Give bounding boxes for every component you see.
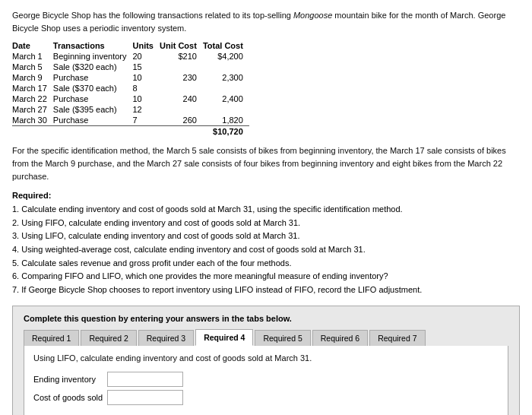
cell-unit-cost [160, 104, 203, 115]
cell-transaction: Purchase [53, 115, 133, 126]
page: George Bicycle Shop has the following tr… [0, 0, 532, 415]
total-empty3 [132, 126, 160, 138]
input-fields-table: Ending inventory Cost of goods sold [33, 370, 188, 407]
tab-required-2[interactable]: Required 2 [81, 330, 136, 346]
tab-required-1[interactable]: Required 1 [24, 330, 79, 346]
cell-unit-cost: 230 [160, 72, 203, 83]
cell-transaction: Purchase [53, 93, 133, 104]
cell-date: March 9 [12, 72, 53, 83]
table-row: March 17 Sale ($370 each) 8 [12, 83, 249, 93]
cell-transaction: Sale ($370 each) [53, 83, 133, 93]
req-item-7: 7. If George Bicycle Shop chooses to rep… [12, 284, 520, 297]
complete-label: Complete this question by entering your … [24, 314, 508, 323]
req-item-6: 6. Comparing FIFO and LIFO, which one pr… [12, 270, 520, 284]
cell-date: March 5 [12, 62, 53, 72]
cell-unit-cost: $210 [160, 51, 203, 62]
required-list: 1. Calculate ending inventory and cost o… [12, 203, 520, 296]
cell-date: March 30 [12, 115, 53, 126]
input-row-ending-inventory: Ending inventory [33, 370, 188, 388]
req-item-1-text: 1. Calculate ending inventory and cost o… [12, 203, 403, 217]
cogs-label: Cost of goods sold [33, 388, 107, 407]
cell-units: 8 [132, 83, 160, 93]
req-item-1: 1. Calculate ending inventory and cost o… [12, 203, 520, 217]
cell-total-cost: 2,300 [203, 72, 249, 83]
total-empty4 [160, 126, 203, 138]
product-name: Mongoose [293, 11, 332, 20]
table-row: March 9 Purchase 10 230 2,300 [12, 72, 249, 83]
cell-units: 10 [132, 93, 160, 104]
required-section: Required: 1. Calculate ending inventory … [12, 191, 520, 296]
transactions-table: Date Transactions Units Unit Cost Total … [12, 40, 249, 137]
col-date: Date [12, 40, 53, 51]
tab-required-5[interactable]: Required 5 [255, 330, 310, 346]
cell-units: 10 [132, 72, 160, 83]
cell-unit-cost [160, 62, 203, 72]
cell-date: March 22 [12, 93, 53, 104]
tab-description: Using LIFO, calculate ending inventory a… [33, 353, 499, 363]
cell-units: 20 [132, 51, 160, 62]
cell-total-cost [203, 104, 249, 115]
cell-total-cost: 1,820 [203, 115, 249, 126]
total-empty2 [53, 126, 133, 138]
cell-unit-cost: 260 [160, 115, 203, 126]
req-item-5-text: 5. Calculate sales revenue and gross pro… [12, 257, 292, 271]
cell-transaction: Sale ($320 each) [53, 62, 133, 72]
cogs-cell [107, 388, 188, 407]
table-row: March 27 Sale ($395 each) 12 [12, 104, 249, 115]
cell-date: March 1 [12, 51, 53, 62]
req-item-5: 5. Calculate sales revenue and gross pro… [12, 257, 520, 271]
total-cost-value: $10,720 [203, 126, 249, 138]
tab-required-6[interactable]: Required 6 [312, 330, 368, 346]
ending-inventory-cell [107, 370, 188, 388]
cell-unit-cost [160, 83, 203, 93]
req-item-7-text: 7. If George Bicycle Shop chooses to rep… [12, 284, 422, 297]
req-item-6-text: 6. Comparing FIFO and LIFO, which one pr… [12, 270, 388, 284]
table-total-row: $10,720 [12, 126, 249, 138]
ending-inventory-label: Ending inventory [33, 370, 107, 388]
table-row: March 22 Purchase 10 240 2,400 [12, 93, 249, 104]
complete-box: Complete this question by entering your … [12, 306, 520, 415]
cell-date: March 17 [12, 83, 53, 93]
col-transactions: Transactions [53, 40, 133, 51]
cell-total-cost [203, 83, 249, 93]
required-heading: Required: [12, 191, 520, 200]
col-unit-cost: Unit Cost [160, 40, 203, 51]
tab-content: Using LIFO, calculate ending inventory a… [24, 346, 508, 415]
cell-units: 12 [132, 104, 160, 115]
table-header-row: Date Transactions Units Unit Cost Total … [12, 40, 249, 51]
req-item-2-text: 2. Using FIFO, calculate ending inventor… [12, 217, 300, 230]
cell-units: 15 [132, 62, 160, 72]
tabs-row: Required 1 Required 2 Required 3 Require… [24, 329, 508, 346]
req-item-4-text: 4. Using weighted-average cost, calculat… [12, 243, 366, 257]
cell-transaction: Sale ($395 each) [53, 104, 133, 115]
cell-unit-cost: 240 [160, 93, 203, 104]
cell-date: March 27 [12, 104, 53, 115]
cell-total-cost [203, 62, 249, 72]
cell-transaction: Purchase [53, 72, 133, 83]
intro-text1: George Bicycle Shop has the following tr… [12, 11, 293, 20]
cell-units: 7 [132, 115, 160, 126]
req-item-2: 2. Using FIFO, calculate ending inventor… [12, 217, 520, 230]
cell-total-cost: $4,200 [203, 51, 249, 62]
ending-inventory-input[interactable] [107, 372, 183, 387]
req-item-3-text: 3. Using LIFO, calculate ending inventor… [12, 230, 300, 243]
cell-transaction: Beginning inventory [53, 51, 133, 62]
cogs-input[interactable] [107, 390, 183, 405]
input-row-cogs: Cost of goods sold [33, 388, 188, 407]
tab-required-3[interactable]: Required 3 [138, 330, 194, 346]
tab-required-4[interactable]: Required 4 [195, 329, 253, 346]
col-units: Units [132, 40, 160, 51]
table-row: March 1 Beginning inventory 20 $210 $4,2… [12, 51, 249, 62]
req-item-3: 3. Using LIFO, calculate ending inventor… [12, 230, 520, 243]
intro-paragraph: George Bicycle Shop has the following tr… [12, 9, 520, 34]
table-row: March 5 Sale ($320 each) 15 [12, 62, 249, 72]
tab-required-7[interactable]: Required 7 [369, 330, 425, 346]
specific-id-text: For the specific identification method, … [12, 144, 520, 183]
total-empty1 [12, 126, 53, 138]
cell-total-cost: 2,400 [203, 93, 249, 104]
table-row: March 30 Purchase 7 260 1,820 [12, 115, 249, 126]
req-item-4: 4. Using weighted-average cost, calculat… [12, 243, 520, 257]
col-total-cost: Total Cost [203, 40, 249, 51]
